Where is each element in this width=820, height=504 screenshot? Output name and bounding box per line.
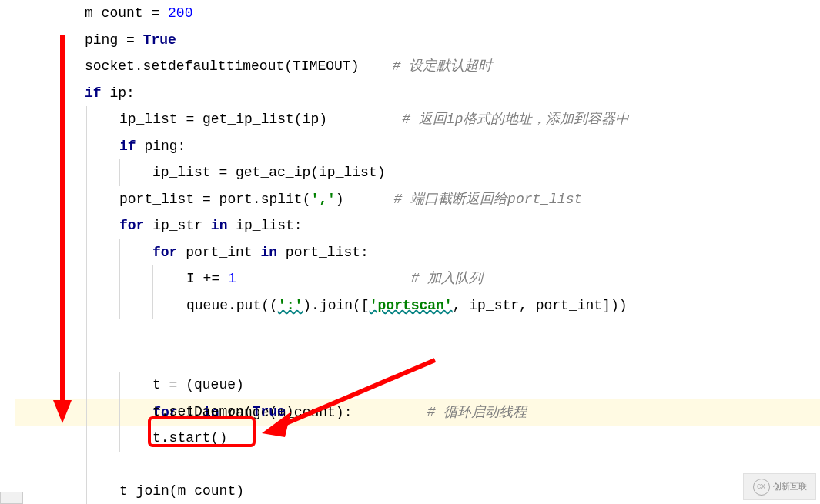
watermark-text: 创新互联 xyxy=(773,481,807,492)
code-text: queue.put(( xyxy=(186,298,278,313)
comment: # 设定默认超时 xyxy=(393,58,493,74)
svg-line-2 xyxy=(277,360,435,427)
code-text: ).join([ xyxy=(303,298,369,313)
code-line: for port_int in port_list: xyxy=(15,239,808,266)
code-line: if ping: xyxy=(15,133,808,160)
string-literal: 'portscan' xyxy=(370,298,453,313)
code-text: m_count = xyxy=(85,5,168,21)
code-line: m_count = 200 xyxy=(15,0,808,27)
comment: # 加入队列 xyxy=(411,271,484,286)
keyword: in xyxy=(260,245,277,260)
keyword: for xyxy=(119,218,144,233)
number-literal: 1 xyxy=(228,271,236,286)
keyword: if xyxy=(119,139,136,154)
code-line: ip_list = get_ip_list(ip) # 返回ip格式的地址，添加… xyxy=(15,106,808,133)
code-text: t = (queue) xyxy=(152,377,244,392)
code-line: I += 1 # 加入队列 xyxy=(15,265,808,292)
code-text: port_int xyxy=(177,245,260,260)
keyword: if xyxy=(85,85,102,101)
code-text: ip_list = get_ac_ip(ip_list) xyxy=(152,165,385,180)
code-text: socket.setdefaulttimeout(TIMEOUT) xyxy=(85,58,393,74)
code-text: ping: xyxy=(136,139,186,154)
svg-marker-1 xyxy=(53,400,72,423)
code-line: ping = True xyxy=(15,27,808,54)
code-text: ip: xyxy=(102,85,135,101)
scrollbar-horizontal[interactable] xyxy=(0,492,23,504)
keyword: for xyxy=(152,245,177,260)
keyword: in xyxy=(211,218,228,233)
code-line: if ip: xyxy=(15,80,808,107)
code-text: port_list: xyxy=(277,245,369,260)
pad xyxy=(236,271,411,286)
comment: # 返回ip格式的地址，添加到容器中 xyxy=(402,112,629,127)
code-line: queue.put((':').join(['portscan', ip_str… xyxy=(15,292,808,319)
code-line: t_join(m_count) xyxy=(15,478,808,504)
code-text: port_list = port.split( xyxy=(119,192,310,207)
code-line: socket.setdefaulttimeout(TIMEOUT) # 设定默认… xyxy=(15,53,808,80)
code-text: t_join(m_count) xyxy=(119,483,244,499)
code-line: ip_list = get_ac_ip(ip_list) xyxy=(15,159,808,186)
code-line: for ip_str in ip_list: xyxy=(15,212,808,239)
code-line xyxy=(15,452,808,479)
number-literal: 200 xyxy=(168,5,192,21)
comment: # 端口截断返回给port_list xyxy=(393,192,582,207)
code-text: ip_str xyxy=(144,218,210,233)
keyword: True xyxy=(143,32,176,48)
code-text: I += xyxy=(186,271,228,286)
code-text: ) xyxy=(336,192,394,207)
code-line xyxy=(15,319,808,345)
code-text: ip_list = get_ip_list(ip) xyxy=(119,112,402,127)
highlight-box xyxy=(148,416,256,447)
arrow-diagonal-icon xyxy=(254,354,447,446)
code-line: port_list = port.split(',') # 端口截断返回给por… xyxy=(15,186,808,213)
arrow-down-icon xyxy=(53,35,76,427)
watermark-logo: CX 创新互联 xyxy=(743,473,816,500)
string-literal: ',' xyxy=(310,192,335,207)
code-text: ping = xyxy=(85,32,143,48)
code-text: , ip_str, port_int])) xyxy=(453,298,628,313)
string-literal: ':' xyxy=(278,298,303,313)
logo-icon: CX xyxy=(753,479,770,496)
code-text: ip_list: xyxy=(227,218,302,233)
svg-marker-3 xyxy=(262,412,291,437)
